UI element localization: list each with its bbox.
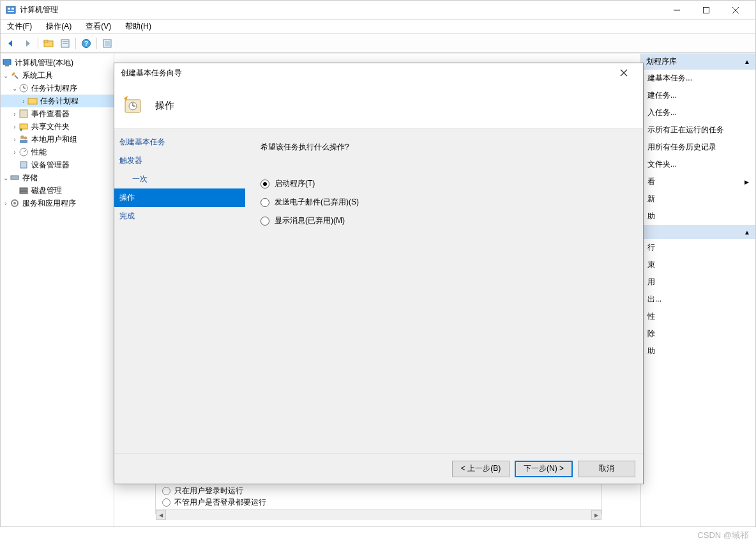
action-create-task[interactable]: 建任务... [641, 87, 755, 104]
actions-header[interactable]: 划程序库 ▲ [641, 54, 755, 70]
svg-point-26 [20, 135, 24, 139]
svg-rect-3 [8, 11, 14, 12]
refresh-button[interactable] [100, 36, 115, 51]
scroll-right-icon[interactable]: ▶ [591, 510, 601, 520]
scroll-left-icon[interactable]: ◀ [156, 510, 166, 520]
tree-diskmgmt[interactable]: 磁盘管理 [1, 184, 114, 197]
window-title: 计算机管理 [20, 4, 662, 15]
action-create-basic[interactable]: 建基本任务... [641, 70, 755, 87]
window-controls [662, 1, 750, 20]
step-finish[interactable]: 完成 [114, 207, 245, 226]
tree-tasksched-lib[interactable]: › 任务计划程 [1, 95, 114, 107]
collapse-icon: ▲ [744, 58, 750, 65]
device-icon [19, 160, 29, 170]
action-import-task[interactable]: 入任务... [641, 104, 755, 121]
help-button[interactable]: ? [79, 36, 94, 51]
option-label: 发送电子邮件(已弃用)(S) [275, 197, 359, 208]
minimize-button[interactable] [662, 1, 692, 20]
tree-root[interactable]: 计算机管理(本地) [1, 56, 114, 69]
horizontal-scrollbar[interactable]: ◀ ▶ [156, 509, 601, 520]
tree-pane: 计算机管理(本地) ⌄ 系统工具 ⌄ 任务计划程序 › 任务计划程 › 事件查看… [1, 54, 114, 526]
svg-rect-23 [20, 110, 27, 118]
tree-label: 磁盘管理 [31, 185, 62, 196]
tree-tasksched[interactable]: ⌄ 任务计划程序 [1, 82, 114, 95]
tree-perf[interactable]: › 性能 [1, 146, 114, 158]
cancel-button[interactable]: 取消 [578, 461, 635, 477]
action-refresh[interactable]: 新 [641, 190, 755, 208]
services-icon [10, 198, 20, 208]
tree-services[interactable]: › 服务和应用程序 [1, 197, 114, 210]
menu-view[interactable]: 查看(V) [83, 20, 114, 33]
expand-toggle[interactable]: › [11, 123, 19, 130]
action-show-running[interactable]: 示所有正在运行的任务 [641, 121, 755, 139]
action-export[interactable]: 出... [641, 291, 755, 308]
step-action[interactable]: 操作 [114, 188, 245, 207]
tree-storage[interactable]: ⌄ 存储 [1, 171, 114, 184]
tools-icon [10, 70, 20, 81]
option-start-program[interactable]: 启动程序(T) [261, 178, 628, 189]
actions-header-2[interactable]: ▲ [641, 225, 755, 239]
option-row[interactable]: 只在用户登录时运行 [162, 484, 595, 498]
folder-button[interactable] [41, 36, 56, 51]
action-run[interactable]: 行 [641, 239, 755, 256]
menu-file[interactable]: 文件(F) [4, 20, 34, 33]
computer-icon [2, 58, 12, 68]
dialog-header: 操作 [114, 82, 643, 128]
expand-toggle[interactable]: › [11, 111, 19, 118]
radio-icon [261, 198, 269, 207]
expand-toggle[interactable]: ⌄ [2, 174, 10, 181]
close-button[interactable] [721, 1, 750, 20]
expand-toggle[interactable]: › [11, 136, 19, 143]
maximize-button[interactable] [692, 1, 721, 20]
expand-toggle[interactable]: ⌄ [11, 85, 19, 92]
tree-label: 任务计划程序 [31, 83, 77, 94]
action-view[interactable]: 看 [641, 173, 755, 190]
tree-devmgr[interactable]: 设备管理器 [1, 158, 114, 171]
tree-eventviewer[interactable]: › 事件查看器 [1, 107, 114, 120]
action-enable-history[interactable]: 用所有任务历史记录 [641, 139, 755, 156]
back-button[interactable]: < 上一步(B) [452, 461, 510, 477]
properties-button[interactable] [57, 36, 73, 51]
wizard-content: 希望该任务执行什么操作? 启动程序(T) 发送电子邮件(已弃用)(S) 显示消息… [245, 129, 643, 453]
tree-sharedfolders[interactable]: › 共享文件夹 [1, 120, 114, 133]
scroll-track[interactable] [166, 510, 591, 520]
next-button[interactable]: 下一步(N) > [515, 461, 573, 477]
menu-action[interactable]: 操作(A) [43, 20, 74, 33]
action-new-folder[interactable]: 文件夹... [641, 156, 755, 173]
action-delete[interactable]: 除 [641, 325, 755, 342]
expand-toggle[interactable]: › [20, 98, 27, 105]
nav-forward-button[interactable] [20, 36, 35, 51]
step-trigger[interactable]: 触发器 [114, 151, 245, 170]
option-row[interactable]: 不管用户是否登录都要运行 [162, 498, 595, 507]
action-disable[interactable]: 用 [641, 273, 755, 291]
tree-label: 任务计划程 [40, 96, 79, 107]
expand-toggle[interactable]: › [11, 149, 19, 156]
tree-localusers[interactable]: › 本地用户和组 [1, 133, 114, 146]
nav-back-button[interactable] [3, 36, 19, 51]
svg-rect-2 [11, 8, 14, 10]
expand-toggle[interactable]: › [2, 200, 10, 207]
dialog-close-button[interactable] [611, 64, 637, 82]
toolbar: ? [1, 34, 755, 53]
tree-label: 本地用户和组 [31, 134, 77, 145]
app-icon [6, 5, 16, 15]
radio-icon [261, 217, 269, 226]
step-trigger-once[interactable]: 一次 [114, 170, 245, 188]
action-help-2[interactable]: 助 [641, 342, 755, 360]
option-label: 只在用户登录时运行 [174, 486, 243, 496]
svg-rect-5 [704, 7, 709, 13]
bottom-partial-panel: 只在用户登录时运行 不管用户是否登录都要运行 ◀ ▶ [155, 481, 602, 514]
action-properties[interactable]: 性 [641, 308, 755, 325]
option-send-email[interactable]: 发送电子邮件(已弃用)(S) [261, 197, 628, 208]
action-help[interactable]: 助 [641, 208, 755, 225]
step-create-basic[interactable]: 创建基本任务 [114, 133, 245, 151]
menu-help[interactable]: 帮助(H) [123, 20, 154, 33]
option-show-message[interactable]: 显示消息(已弃用)(M) [261, 215, 628, 226]
tree-systools[interactable]: ⌄ 系统工具 [1, 69, 114, 82]
tree-label: 性能 [31, 147, 47, 158]
clock-icon [19, 83, 29, 93]
action-end[interactable]: 束 [641, 256, 755, 273]
expand-toggle[interactable]: ⌄ [2, 72, 10, 79]
svg-rect-32 [20, 188, 27, 190]
dialog-titlebar: 创建基本任务向导 [114, 63, 643, 82]
